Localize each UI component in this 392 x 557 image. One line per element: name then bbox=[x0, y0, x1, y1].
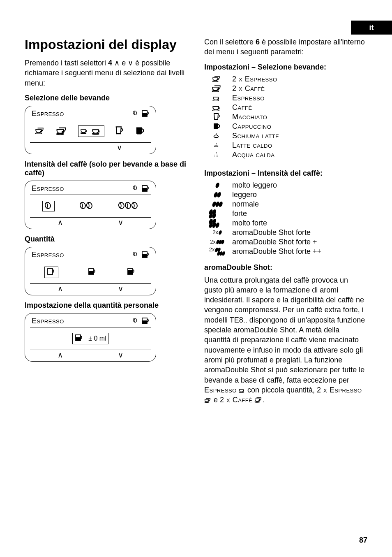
aroma-esp: Espresso bbox=[204, 386, 237, 394]
beans-3-icon: ⬮⬮⬮ bbox=[208, 200, 225, 208]
section-beverage-settings: Impostazioni – Selezione bevande: bbox=[204, 63, 367, 72]
selected-group bbox=[44, 267, 58, 278]
list-label: normale bbox=[232, 200, 259, 209]
list-item: 2 x Espresso bbox=[208, 75, 367, 84]
chevron-up-icon: ∧ bbox=[58, 285, 63, 292]
list-label: molto forte bbox=[232, 219, 267, 227]
chevron-down-icon: ∨ bbox=[118, 351, 123, 359]
bean-icon bbox=[133, 111, 138, 116]
espresso-icon bbox=[80, 127, 89, 135]
selected-group: ± 0 ml bbox=[72, 333, 108, 344]
intro-key: 4 bbox=[108, 59, 112, 67]
aroma-2caf: 2 x Caffè bbox=[220, 396, 252, 404]
list-item: 2 x Caffè bbox=[208, 84, 367, 93]
list-label: 2 x Espresso bbox=[232, 75, 277, 84]
beans-2-icon bbox=[79, 202, 93, 210]
list-item: 2x ⬮⬮ ⬮⬮⬮aromaDouble Shot forte ++ bbox=[208, 247, 367, 256]
aroma-title: aromaDouble Shot: bbox=[204, 263, 367, 272]
beans-5-icon: ⬮⬮⬮⬮⬮ bbox=[208, 219, 225, 227]
double-espresso-icon bbox=[208, 75, 225, 83]
quantity-value: ± 0 ml bbox=[88, 335, 106, 342]
page-number: 87 bbox=[359, 536, 367, 545]
bean-icon bbox=[133, 252, 138, 258]
cup-full-icon bbox=[127, 268, 136, 277]
aroma-2esp: 2 x Espresso bbox=[317, 386, 362, 394]
foam-icon bbox=[208, 132, 225, 139]
double-coffee-icon bbox=[254, 397, 263, 403]
display-quantity: Espresso ∧ ∨ bbox=[25, 247, 156, 295]
list-item: ⬮⬮⬮normale bbox=[208, 200, 367, 209]
beans-4-icon: ⬮⬮⬮⬮ bbox=[208, 210, 225, 218]
warm-milk-icon bbox=[208, 142, 225, 149]
size-cup-icon bbox=[141, 317, 149, 325]
size-cup-icon bbox=[141, 185, 149, 192]
right-column: Con il selettore 6 è possibile impostare… bbox=[204, 37, 367, 405]
intensity-list: ⬮molto leggero ⬮⬮leggero ⬮⬮⬮normale ⬮⬮⬮⬮… bbox=[208, 181, 367, 256]
beverage-list: 2 x Espresso 2 x Caffè Espresso Caffè Ma… bbox=[208, 75, 367, 159]
double-espresso-icon bbox=[204, 397, 212, 403]
list-item: Caffè bbox=[208, 103, 367, 112]
list-item: Latte caldo bbox=[208, 141, 367, 150]
list-item: Espresso bbox=[208, 94, 367, 102]
list-label: aromaDouble Shot forte + bbox=[232, 238, 317, 246]
section-label-beverage: Selezione delle bevande bbox=[25, 94, 188, 102]
list-item: Macchiato bbox=[208, 113, 367, 121]
list-label: Cappuccino bbox=[232, 122, 271, 131]
cappuccino-icon bbox=[134, 126, 146, 137]
list-label: molto leggero bbox=[232, 181, 277, 190]
coffee-icon bbox=[92, 127, 102, 136]
list-label: aromaDouble Shot forte ++ bbox=[232, 247, 321, 256]
double-shot-1-icon: 2x ⬮ bbox=[208, 229, 225, 236]
beans-2-icon: ⬮⬮ bbox=[208, 191, 225, 198]
aroma-body: Una cottura prolungata del caffè provoca… bbox=[204, 275, 367, 405]
list-item: ⬮⬮⬮⬮forte bbox=[208, 209, 367, 218]
double-espresso-icon bbox=[35, 127, 46, 136]
selected-group bbox=[78, 125, 104, 137]
chevron-up-icon: ∧ bbox=[58, 351, 63, 359]
bean-icon bbox=[133, 318, 138, 324]
list-label: Caffè bbox=[232, 103, 252, 112]
list-item: ⬮⬮leggero bbox=[208, 190, 367, 199]
display-intensity: Espresso bbox=[25, 181, 156, 229]
list-label: Acqua calda bbox=[232, 151, 274, 159]
section-label-quantity: Quantità bbox=[25, 235, 188, 244]
display-title: Espresso bbox=[32, 184, 64, 193]
chevron-down-icon: ∨ bbox=[128, 59, 133, 67]
size-cup-icon bbox=[141, 251, 149, 258]
double-coffee-icon bbox=[208, 84, 225, 93]
list-item: Schiuma latte bbox=[208, 132, 367, 140]
size-cup-icon bbox=[141, 110, 149, 117]
list-label: leggero bbox=[232, 190, 257, 199]
cup-empty-icon bbox=[46, 268, 56, 277]
hot-water-icon bbox=[208, 151, 225, 158]
intro-text: Premendo i tasti selettori 4 ∧ e ∨ è pos… bbox=[25, 58, 188, 88]
double-coffee-icon bbox=[56, 126, 68, 136]
cup-mid-icon bbox=[74, 334, 84, 343]
aroma-and: e bbox=[212, 396, 220, 404]
beans-3-icon bbox=[118, 202, 138, 210]
double-shot-3-icon: 2x ⬮⬮ ⬮⬮⬮ bbox=[208, 248, 225, 255]
coffee-icon bbox=[208, 104, 225, 111]
chevron-up-icon: ∧ bbox=[58, 219, 63, 226]
chevron-up-icon: ∧ bbox=[114, 59, 120, 67]
list-item: Acqua calda bbox=[208, 151, 367, 159]
cappuccino-icon bbox=[208, 122, 225, 130]
list-label: Schiuma latte bbox=[232, 132, 279, 140]
list-label: Latte caldo bbox=[232, 141, 272, 150]
chevron-down-icon: ∨ bbox=[117, 144, 122, 151]
display-personal-quantity: Espresso ± 0 ml ∧ ∨ bbox=[25, 313, 156, 362]
list-item: ⬮molto leggero bbox=[208, 181, 367, 190]
aroma-mid: con piccola quantità, bbox=[245, 386, 317, 394]
chevron-down-icon: ∨ bbox=[118, 219, 123, 226]
bean-icon bbox=[44, 202, 53, 210]
list-label: 2 x Caffè bbox=[232, 84, 265, 93]
macchiato-icon bbox=[114, 126, 124, 137]
bean-icon bbox=[133, 186, 138, 191]
espresso-icon bbox=[208, 95, 225, 101]
list-label: Espresso bbox=[232, 94, 265, 102]
r-intro-key: 6 bbox=[256, 38, 260, 46]
section-label-personal-qty: Impostazione della quantità personale bbox=[25, 301, 188, 310]
list-item: ⬮⬮⬮⬮⬮molto forte bbox=[208, 219, 367, 227]
aroma-end: . bbox=[263, 396, 265, 404]
intro-pre: Premendo i tasti selettori bbox=[25, 59, 108, 67]
